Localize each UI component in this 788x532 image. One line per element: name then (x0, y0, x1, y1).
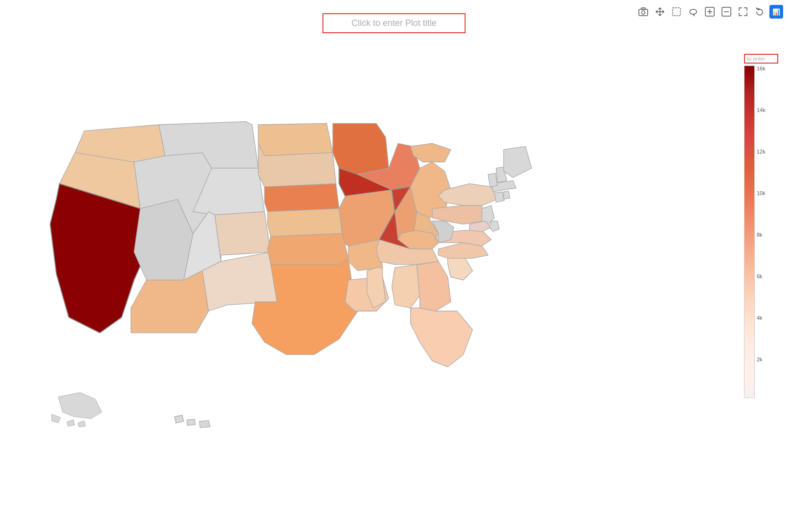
svg-rect-2 (641, 8, 645, 9)
scale-label-16k: 16k (757, 66, 766, 71)
scale-label-14k: 14k (757, 107, 766, 113)
camera-button[interactable] (636, 5, 650, 19)
state-MN[interactable] (333, 123, 389, 174)
scale-label-2k: 2k (757, 356, 766, 362)
state-AK[interactable] (58, 393, 102, 419)
svg-point-6 (690, 9, 697, 14)
color-legend: to enter 16k 14k 12k 10k 8k 6k 4k 2k (744, 54, 773, 416)
state-FL[interactable] (411, 308, 473, 367)
state-KS[interactable] (267, 209, 342, 237)
svg-rect-0 (639, 9, 648, 16)
scale-labels: 16k 14k 12k 10k 8k 6k 4k 2k (755, 66, 766, 398)
zoom-pan-button[interactable] (653, 5, 667, 19)
usa-choropleth-map (10, 29, 606, 518)
state-DE[interactable] (489, 221, 499, 232)
state-NE[interactable] (264, 184, 339, 212)
zoom-in-button[interactable] (703, 5, 717, 19)
state-ME[interactable] (503, 146, 531, 177)
state-SC[interactable] (448, 255, 473, 280)
plot-title-container: Click to enter Plot title (323, 13, 466, 33)
state-VT[interactable] (488, 173, 498, 187)
lasso-button[interactable] (686, 5, 700, 19)
state-CT[interactable] (494, 192, 504, 202)
legend-title-input[interactable]: to enter (744, 54, 778, 64)
svg-rect-5 (673, 8, 680, 16)
svg-marker-14 (67, 420, 75, 426)
zoom-out-button[interactable] (720, 5, 733, 19)
state-GA[interactable] (416, 262, 451, 311)
reset-button[interactable] (753, 5, 766, 19)
scale-label-12k: 12k (757, 149, 766, 155)
legend-title-text: to enter (747, 56, 765, 62)
state-RI[interactable] (503, 191, 510, 200)
state-AZ[interactable] (131, 271, 209, 333)
color-bar-container: 16k 14k 12k 10k 8k 6k 4k 2k (744, 66, 766, 398)
scale-label-10k: 10k (757, 190, 766, 196)
state-ND[interactable] (258, 123, 332, 155)
select-box-button[interactable] (670, 5, 683, 19)
toolbar: 📊 (636, 5, 783, 19)
map-container (0, 0, 606, 532)
svg-marker-13 (52, 414, 61, 423)
state-OK[interactable] (267, 233, 348, 265)
scale-label-6k: 6k (757, 273, 766, 279)
svg-marker-15 (78, 421, 86, 427)
state-AL[interactable] (392, 265, 420, 308)
svg-marker-17 (199, 421, 210, 428)
plotly-button[interactable]: 📊 (769, 5, 783, 19)
svg-point-1 (642, 11, 645, 14)
scale-label-4k: 4k (757, 315, 766, 321)
svg-marker-16 (187, 419, 196, 425)
plot-title-input[interactable]: Click to enter Plot title (323, 13, 466, 33)
color-bar (744, 66, 755, 398)
plot-title-placeholder: Click to enter Plot title (351, 18, 437, 28)
autoscale-button[interactable] (736, 5, 750, 19)
scale-label-8k: 8k (757, 232, 766, 238)
state-HI[interactable] (175, 415, 184, 423)
